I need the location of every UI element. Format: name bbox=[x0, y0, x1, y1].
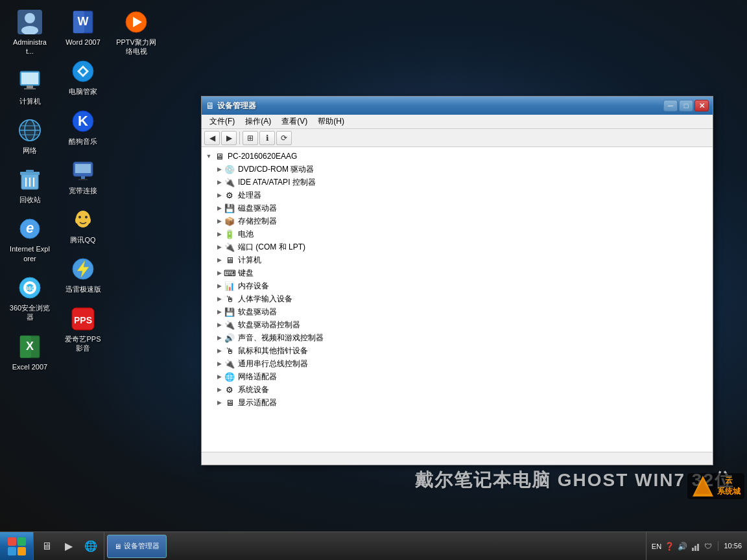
tree-item-ports[interactable]: ▶ 🔌 端口 (COM 和 LPT) bbox=[202, 240, 713, 253]
tray-lang[interactable]: EN bbox=[650, 541, 662, 552]
tray-antivirus[interactable]: 🛡 bbox=[702, 541, 714, 552]
toolbar-show-grid[interactable]: ⊞ bbox=[243, 131, 258, 145]
tree-computer-arrow[interactable]: ▶ bbox=[215, 255, 224, 264]
tree-memory-arrow[interactable]: ▶ bbox=[215, 281, 224, 290]
computer-label: 计算机 bbox=[19, 97, 41, 106]
thunder-icon bbox=[70, 256, 96, 282]
taskbar-app-icon: 🖥 bbox=[114, 542, 121, 550]
svg-text:e: e bbox=[26, 220, 34, 236]
desktop-icon-administrator[interactable]: Administrat... bbox=[6, 6, 53, 59]
device-tree[interactable]: ▼ 🖥 PC-20160620EAAG ▶ 💿 DVD/CD-ROM 驱动器 ▶… bbox=[202, 147, 713, 452]
tree-item-hid[interactable]: ▶ 🖱 人体学输入设备 bbox=[202, 292, 713, 305]
tree-item-mouse[interactable]: ▶ 🖱 鼠标和其他指针设备 bbox=[202, 344, 713, 357]
tree-item-dvdrom[interactable]: ▶ 💿 DVD/CD-ROM 驱动器 bbox=[202, 163, 713, 176]
taskbar-app-devicemgr[interactable]: 🖥 设备管理器 bbox=[107, 535, 167, 558]
tree-hid-arrow[interactable]: ▶ bbox=[215, 294, 224, 303]
svg-point-1 bbox=[25, 13, 35, 23]
minimize-button[interactable]: ─ bbox=[663, 100, 678, 111]
desktop-icon-computer[interactable]: 计算机 bbox=[6, 65, 53, 108]
tree-dvdrom-arrow[interactable]: ▶ bbox=[215, 165, 224, 174]
svg-rect-4 bbox=[21, 73, 38, 84]
tree-floppy-arrow[interactable]: ▶ bbox=[215, 307, 224, 316]
desktop-icon-broadband[interactable]: 宽带连接 bbox=[60, 155, 106, 198]
tree-system-arrow[interactable]: ▶ bbox=[215, 385, 224, 394]
desktop-icon-pps[interactable]: PPS 爱奇艺PPS影音 bbox=[60, 303, 106, 356]
excel-icon: X bbox=[17, 334, 43, 360]
taskbar-media[interactable]: ▶ bbox=[58, 535, 79, 558]
menu-help[interactable]: 帮助(H) bbox=[313, 115, 350, 128]
taskbar-ie-quick[interactable]: 🌐 bbox=[80, 535, 101, 558]
tree-sound-arrow[interactable]: ▶ bbox=[215, 333, 224, 342]
tray-network[interactable] bbox=[689, 541, 701, 552]
svg-rect-53 bbox=[18, 547, 26, 555]
tree-battery-arrow[interactable]: ▶ bbox=[215, 229, 224, 239]
tree-item-usb[interactable]: ▶ 🔌 通用串行总线控制器 bbox=[202, 357, 713, 370]
svg-point-40 bbox=[85, 216, 88, 218]
toolbar-properties[interactable]: ℹ bbox=[259, 131, 275, 145]
tree-mouse-arrow[interactable]: ▶ bbox=[215, 346, 224, 355]
pps-icon: PPS bbox=[70, 306, 96, 332]
tree-usb-arrow[interactable]: ▶ bbox=[215, 359, 224, 368]
tree-item-keyboard[interactable]: ▶ ⌨ 键盘 bbox=[202, 266, 713, 279]
tree-item-battery[interactable]: ▶ 🔋 电池 bbox=[202, 228, 713, 240]
tree-item-memory[interactable]: ▶ 📊 内存设备 bbox=[202, 279, 713, 292]
tray-help[interactable]: ❓ bbox=[663, 541, 675, 552]
desktop-icon-360[interactable]: 360 360安全浏览器 bbox=[6, 272, 53, 325]
tree-root-arrow[interactable]: ▼ bbox=[204, 152, 213, 161]
tree-item-network[interactable]: ▶ 🌐 网络适配器 bbox=[202, 370, 713, 383]
tree-storage-arrow[interactable]: ▶ bbox=[215, 216, 224, 226]
start-button[interactable] bbox=[0, 532, 34, 561]
taskbar-clock[interactable]: 10:56 bbox=[718, 541, 747, 551]
toolbar-sep1 bbox=[239, 132, 240, 145]
desktop-icon-ie[interactable]: e Internet Explorer bbox=[6, 213, 53, 266]
tree-ports-arrow[interactable]: ▶ bbox=[215, 242, 224, 251]
tree-ide-arrow[interactable]: ▶ bbox=[215, 178, 224, 187]
desktop-icon-word[interactable]: W Word 2007 bbox=[60, 6, 106, 49]
menu-file[interactable]: 文件(F) bbox=[204, 115, 240, 128]
desktop-icon-qq[interactable]: 腾讯QQ bbox=[60, 204, 106, 247]
tree-computer-label: 计算机 bbox=[238, 255, 261, 266]
tree-item-system[interactable]: ▶ ⚙ 系统设备 bbox=[202, 383, 713, 396]
desktop-icon-kugou[interactable]: K 酷狗音乐 bbox=[60, 106, 106, 148]
desktop-icon-pptv[interactable]: PPTV聚力网络电视 bbox=[113, 6, 160, 59]
svg-text:X: X bbox=[26, 340, 34, 353]
desktop-icon-pcmanager[interactable]: 电脑管家 bbox=[60, 56, 106, 99]
tray-sound[interactable]: 🔊 bbox=[676, 541, 688, 552]
desktop-icon-thunder[interactable]: 迅雷极速版 bbox=[60, 253, 106, 296]
clock-time: 10:56 bbox=[724, 541, 742, 551]
tree-floppy-icon: 💾 bbox=[224, 307, 235, 317]
360-label: 360安全浏览器 bbox=[9, 303, 51, 322]
menu-action[interactable]: 操作(A) bbox=[240, 115, 276, 128]
tree-display-arrow[interactable]: ▶ bbox=[215, 398, 224, 407]
tree-item-display[interactable]: ▶ 🖥 显示适配器 bbox=[202, 396, 713, 409]
tree-item-ide[interactable]: ▶ 🔌 IDE ATA/ATAPI 控制器 bbox=[202, 176, 713, 189]
tree-item-diskdrive[interactable]: ▶ 💾 磁盘驱动器 bbox=[202, 202, 713, 215]
tree-item-floppy-ctrl[interactable]: ▶ 🔌 软盘驱动器控制器 bbox=[202, 318, 713, 331]
svg-rect-6 bbox=[24, 88, 36, 89]
tree-diskdrive-arrow[interactable]: ▶ bbox=[215, 204, 224, 213]
tree-item-sound[interactable]: ▶ 🔊 声音、视频和游戏控制器 bbox=[202, 331, 713, 344]
tree-system-label: 系统设备 bbox=[238, 384, 269, 395]
tree-floppy-ctrl-arrow[interactable]: ▶ bbox=[215, 320, 224, 329]
tree-keyboard-arrow[interactable]: ▶ bbox=[215, 268, 224, 277]
toolbar-back[interactable]: ◀ bbox=[204, 131, 220, 145]
tree-root[interactable]: ▼ 🖥 PC-20160620EAAG bbox=[202, 150, 713, 163]
maximize-button[interactable]: □ bbox=[679, 100, 693, 111]
tree-ide-label: IDE ATA/ATAPI 控制器 bbox=[238, 177, 316, 188]
desktop-icon-recycle[interactable]: 回收站 bbox=[6, 164, 53, 207]
tree-root-label: PC-20160620EAAG bbox=[228, 152, 297, 161]
tree-processor-arrow[interactable]: ▶ bbox=[215, 191, 224, 200]
toolbar-forward[interactable]: ▶ bbox=[221, 131, 237, 145]
desktop-icon-excel[interactable]: X Excel 2007 bbox=[6, 331, 53, 374]
close-button[interactable]: ✕ bbox=[694, 100, 709, 111]
tree-item-processor[interactable]: ▶ ⚙ 处理器 bbox=[202, 189, 713, 202]
taskbar-show-desktop[interactable]: 🖥 bbox=[36, 535, 57, 558]
tree-network-arrow[interactable]: ▶ bbox=[215, 372, 224, 381]
tree-item-floppy[interactable]: ▶ 💾 软盘驱动器 bbox=[202, 305, 713, 318]
menu-view[interactable]: 查看(V) bbox=[276, 115, 313, 128]
svg-rect-5 bbox=[27, 86, 33, 88]
desktop-icon-network[interactable]: 网络 bbox=[6, 115, 53, 158]
tree-item-computer[interactable]: ▶ 🖥 计算机 bbox=[202, 253, 713, 266]
tree-item-storage[interactable]: ▶ 📦 存储控制器 bbox=[202, 215, 713, 228]
toolbar-refresh[interactable]: ⟳ bbox=[276, 131, 292, 145]
